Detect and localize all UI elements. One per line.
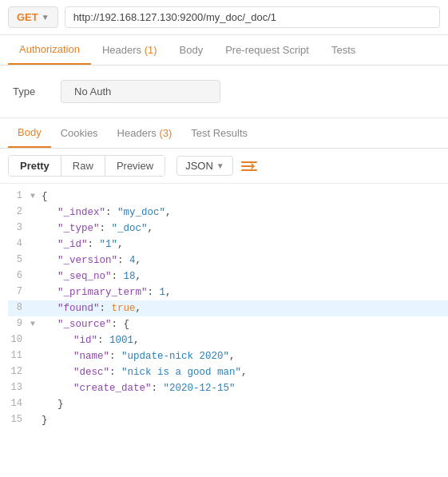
json-format-label: JSON: [185, 160, 213, 172]
format-tabs: Pretty Raw Preview: [8, 155, 165, 177]
format-tab-preview[interactable]: Preview: [105, 156, 165, 176]
request-tab-nav: Authorization Headers (1) Body Pre-reque…: [0, 35, 448, 66]
line-content: "create_date": "2020-12-15": [42, 380, 236, 396]
line-content: {: [42, 189, 48, 205]
line-number: 1: [8, 189, 30, 204]
tab-test-results[interactable]: Test Results: [181, 119, 257, 147]
format-tab-pretty[interactable]: Pretty: [9, 156, 61, 176]
auth-type-label: Type: [13, 85, 45, 97]
json-line-7: 7 "_primary_term": 1,: [8, 284, 448, 300]
tab-prerequest[interactable]: Pre-request Script: [214, 36, 320, 64]
line-number: 4: [8, 237, 30, 252]
json-line-4: 4 "_id": "1",: [8, 237, 448, 252]
json-line-14: 14 }: [8, 396, 448, 412]
method-label: GET: [17, 11, 38, 23]
line-content: "_index": "my_doc",: [42, 205, 172, 221]
line-number: 2: [8, 205, 30, 220]
tab-authorization[interactable]: Authorization: [8, 35, 91, 65]
line-content: "desc": "nick is a good man",: [42, 364, 248, 380]
line-number: 6: [8, 268, 30, 284]
json-line-2: 2 "_index": "my_doc",: [8, 205, 448, 221]
tab-cookies[interactable]: Cookies: [51, 119, 108, 147]
line-number: 13: [8, 380, 30, 396]
json-format-chevron-icon: ▼: [216, 161, 224, 170]
format-tab-raw[interactable]: Raw: [61, 156, 105, 176]
line-number: 9: [8, 316, 30, 332]
tab-response-body[interactable]: Body: [8, 118, 51, 148]
json-line-1: 1▼{: [8, 189, 448, 205]
json-line-6: 6 "_seq_no": 18,: [8, 268, 448, 284]
json-line-15: 15 }: [8, 412, 448, 428]
line-number: 10: [8, 332, 30, 348]
response-tab-nav: Body Cookies Headers (3) Test Results: [0, 118, 448, 149]
tab-body[interactable]: Body: [168, 36, 215, 64]
json-line-11: 11 "name": "update-nick 2020",: [8, 348, 448, 364]
line-content: "_type": "_doc",: [42, 221, 153, 237]
line-content: }: [42, 412, 48, 428]
wrap-lines-icon[interactable]: [241, 160, 257, 173]
tab-headers[interactable]: Headers (1): [91, 36, 168, 64]
line-number: 11: [8, 348, 30, 364]
auth-section: Type No Auth: [0, 66, 448, 118]
method-dropdown[interactable]: GET ▼: [8, 6, 58, 28]
line-content: "id": 1001,: [42, 332, 140, 348]
tab-response-headers[interactable]: Headers (3): [108, 119, 182, 147]
line-content: "_source": {: [42, 316, 129, 332]
line-content: "_seq_no": 18,: [42, 268, 141, 284]
line-number: 12: [8, 364, 30, 380]
line-number: 7: [8, 284, 30, 300]
url-input[interactable]: [65, 6, 440, 28]
line-number: 3: [8, 221, 30, 236]
top-bar: GET ▼: [0, 0, 448, 35]
json-format-dropdown[interactable]: JSON ▼: [176, 156, 233, 176]
line-content: "_primary_term": 1,: [42, 284, 172, 300]
line-content: "found": true,: [42, 300, 141, 316]
json-line-5: 5 "_version": 4,: [8, 252, 448, 268]
line-toggle-icon[interactable]: ▼: [30, 190, 40, 203]
json-viewer: 1▼{2 "_index": "my_doc",3 "_type": "_doc…: [0, 184, 448, 433]
tab-tests[interactable]: Tests: [320, 36, 367, 64]
line-content: "_id": "1",: [42, 237, 124, 252]
json-line-10: 10 "id": 1001,: [8, 332, 448, 348]
method-chevron-icon: ▼: [42, 13, 50, 22]
json-line-13: 13 "create_date": "2020-12-15": [8, 380, 448, 396]
line-content: }: [42, 396, 64, 412]
line-toggle-icon[interactable]: ▼: [30, 318, 40, 331]
line-number: 14: [8, 396, 30, 411]
json-line-3: 3 "_type": "_doc",: [8, 221, 448, 237]
line-number: 8: [8, 300, 30, 316]
line-number: 5: [8, 252, 30, 268]
line-number: 15: [8, 412, 30, 427]
json-line-9: 9▼"_source": {: [8, 316, 448, 332]
line-content: "_version": 4,: [42, 252, 141, 268]
json-line-12: 12 "desc": "nick is a good man",: [8, 364, 448, 380]
auth-type-value[interactable]: No Auth: [61, 80, 220, 103]
body-toolbar: Pretty Raw Preview JSON ▼: [0, 149, 448, 184]
json-line-8: 8 "found": true,: [8, 300, 448, 316]
line-content: "name": "update-nick 2020",: [42, 348, 236, 364]
